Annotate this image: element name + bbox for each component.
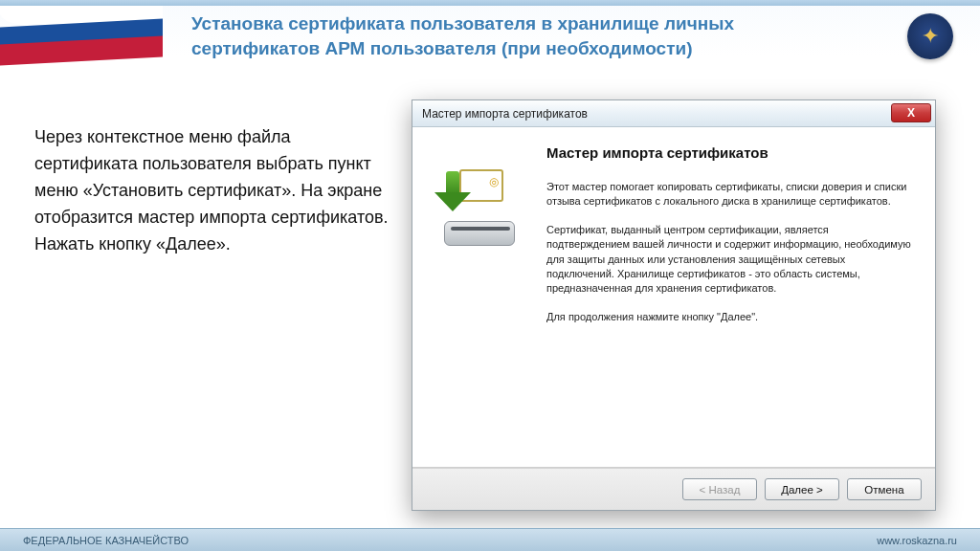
wizard-body: Мастер импорта сертификатов Этот мастер … [412,127,935,468]
russian-flag-graphic [0,6,163,65]
slide-footer: ФЕДЕРАЛЬНОЕ КАЗНАЧЕЙСТВО www.roskazna.ru [0,528,980,551]
slide-title: Установка сертификата пользователя в хра… [191,11,804,60]
back-button: < Назад [682,478,757,500]
next-button[interactable]: Далее > [765,478,839,500]
wizard-titlebar[interactable]: Мастер импорта сертификатов X [412,100,935,127]
wizard-sidebar [412,127,546,467]
import-certificate-icon [436,169,523,246]
slide-body-text: Через контекстное меню файла сертификата… [34,124,398,257]
wizard-window-title: Мастер импорта сертификатов [422,107,588,121]
certificate-import-wizard-window: Мастер импорта сертификатов X Мастер имп… [412,99,936,511]
footer-org-name: ФЕДЕРАЛЬНОЕ КАЗНАЧЕЙСТВО [23,535,189,546]
wizard-content: Мастер импорта сертификатов Этот мастер … [546,127,935,467]
close-button[interactable]: X [891,103,931,122]
wizard-button-bar: < Назад Далее > Отмена [412,468,935,510]
wizard-paragraph-3: Для продолжения нажмите кнопку "Далее". [546,310,914,324]
wizard-heading: Мастер импорта сертификатов [546,144,914,161]
cancel-button[interactable]: Отмена [847,478,922,500]
emblem-logo [907,13,953,59]
wizard-paragraph-1: Этот мастер помогает копировать сертифик… [546,180,914,209]
footer-url: www.roskazna.ru [877,535,957,546]
wizard-paragraph-2: Сертификат, выданный центром сертификаци… [546,223,914,297]
close-icon: X [907,106,915,120]
